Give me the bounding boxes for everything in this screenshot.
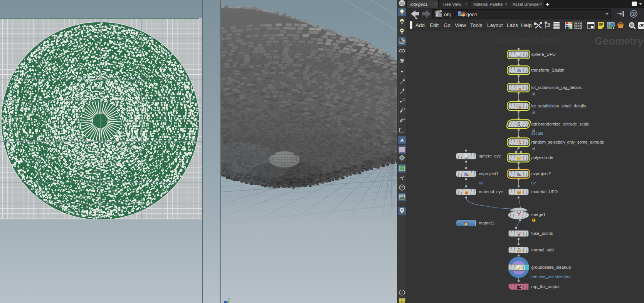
svg-text:12: 12 [402, 107, 405, 111]
svg-text:i: i [402, 291, 403, 295]
svg-text:y: y [228, 297, 230, 301]
svg-text:12: 12 [402, 117, 405, 121]
svg-text:12: 12 [402, 98, 405, 101]
